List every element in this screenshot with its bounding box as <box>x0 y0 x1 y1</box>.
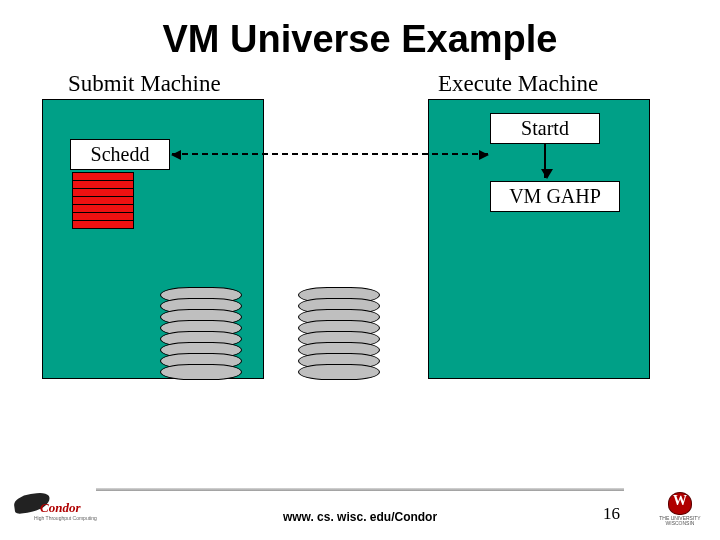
job-queue-stack-icon <box>72 173 134 229</box>
slide-number: 16 <box>603 504 620 524</box>
footer: Condor High Throughput Computing www. cs… <box>0 488 720 530</box>
condor-logo-sub: High Throughput Computing <box>34 515 97 521</box>
disk-stack-1-icon <box>160 287 242 380</box>
submit-machine-label: Submit Machine <box>68 71 221 97</box>
uw-logo-icon: THE UNIVERSITYWISCONSIN <box>650 492 710 526</box>
uw-line2: WISCONSIN <box>666 520 695 526</box>
diagram-stage: Submit Machine Execute Machine Schedd St… <box>0 69 720 449</box>
condor-logo-text: Condor <box>40 500 80 516</box>
startd-box: Startd <box>490 113 600 144</box>
footer-rule-icon <box>96 488 624 491</box>
disk-stack-2-icon <box>298 287 380 380</box>
schedd-box: Schedd <box>70 139 170 170</box>
startd-to-vmgahp-arrow-icon <box>544 144 546 178</box>
condor-logo-icon: Condor High Throughput Computing <box>12 498 98 524</box>
execute-machine-label: Execute Machine <box>438 71 598 97</box>
schedd-startd-link-icon <box>172 153 488 155</box>
vm-gahp-box: VM GAHP <box>490 181 620 212</box>
slide-title: VM Universe Example <box>0 18 720 61</box>
footer-url: www. cs. wisc. edu/Condor <box>283 510 437 524</box>
